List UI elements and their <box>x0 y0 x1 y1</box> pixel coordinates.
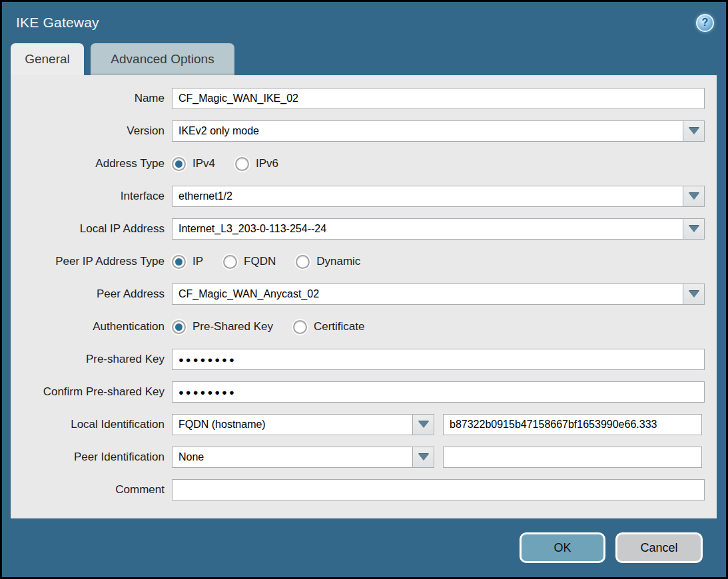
dialog-title: IKE Gateway <box>16 15 99 31</box>
peer-identification-value-input[interactable] <box>443 447 702 468</box>
pre-shared-key-row: Pre-shared Key <box>11 349 717 370</box>
confirm-pre-shared-key-label: Confirm Pre-shared Key <box>11 385 172 399</box>
help-icon[interactable]: ? <box>696 14 714 32</box>
radio-dynamic-label: Dynamic <box>316 255 360 268</box>
peer-identification-dropdown-button[interactable] <box>412 447 434 468</box>
peer-identification-combo <box>172 447 705 468</box>
version-input[interactable] <box>172 120 683 142</box>
peer-address-dropdown-button[interactable] <box>683 284 705 305</box>
address-type-label: Address Type <box>11 157 172 170</box>
radio-ipv6-label: IPv6 <box>256 157 278 170</box>
authentication-row: Authentication Pre-Shared Key Certificat… <box>11 316 717 337</box>
local-ip-address-row: Local IP Address <box>11 218 717 240</box>
peer-identification-type-dropdown <box>172 447 434 468</box>
radio-unselected-icon <box>235 157 249 171</box>
radio-ipv6[interactable]: IPv6 <box>235 157 278 171</box>
radio-fqdn-label: FQDN <box>244 255 276 268</box>
address-type-row: Address Type IPv4 IPv6 <box>11 153 717 174</box>
local-ip-address-label: Local IP Address <box>11 222 172 236</box>
radio-fqdn[interactable]: FQDN <box>223 255 276 269</box>
local-identification-combo <box>172 414 705 435</box>
chevron-down-icon <box>689 291 699 297</box>
radio-dynamic[interactable]: Dynamic <box>296 255 360 269</box>
radio-pre-shared-key-label: Pre-Shared Key <box>192 320 273 333</box>
tab-general[interactable]: General <box>11 43 84 75</box>
radio-unselected-icon <box>296 255 310 269</box>
local-identification-type-dropdown <box>172 414 434 435</box>
radio-unselected-icon <box>223 255 237 269</box>
version-dropdown-button[interactable] <box>683 120 705 142</box>
peer-ip-address-type-radio-group: IP FQDN Dynamic <box>172 255 380 269</box>
radio-unselected-icon <box>293 320 307 334</box>
chevron-down-icon <box>689 226 699 232</box>
interface-dropdown <box>172 186 705 207</box>
name-label: Name <box>11 92 172 105</box>
authentication-radio-group: Pre-Shared Key Certificate <box>172 320 384 334</box>
dialog-chrome: IKE Gateway ? General Advanced Options N… <box>2 2 726 577</box>
interface-input[interactable] <box>172 186 683 207</box>
chevron-down-icon <box>689 193 699 200</box>
confirm-pre-shared-key-input[interactable] <box>172 381 705 403</box>
comment-label: Comment <box>11 483 172 496</box>
radio-pre-shared-key[interactable]: Pre-Shared Key <box>172 320 273 334</box>
tab-advanced-options[interactable]: Advanced Options <box>91 43 234 75</box>
peer-identification-row: Peer Identification <box>11 447 717 468</box>
peer-address-label: Peer Address <box>11 288 172 301</box>
peer-address-input[interactable] <box>172 284 683 305</box>
radio-ip-label: IP <box>192 255 203 268</box>
chevron-down-icon <box>418 454 429 461</box>
radio-selected-icon <box>172 255 186 269</box>
peer-identification-label: Peer Identification <box>11 451 172 464</box>
comment-row: Comment <box>11 479 717 500</box>
authentication-label: Authentication <box>11 320 172 333</box>
interface-dropdown-button[interactable] <box>683 186 705 207</box>
comment-input[interactable] <box>172 479 705 500</box>
local-identification-label: Local Identification <box>11 418 172 431</box>
ike-gateway-dialog: IKE Gateway ? General Advanced Options N… <box>0 0 728 579</box>
ok-button[interactable]: OK <box>520 532 605 563</box>
radio-certificate-label: Certificate <box>314 320 365 333</box>
address-type-radio-group: IPv4 IPv6 <box>172 157 298 171</box>
confirm-pre-shared-key-row: Confirm Pre-shared Key <box>11 381 717 403</box>
version-row: Version <box>11 120 717 142</box>
radio-certificate[interactable]: Certificate <box>293 320 365 334</box>
radio-ipv4-label: IPv4 <box>192 157 215 170</box>
local-identification-row: Local Identification <box>11 414 717 435</box>
cancel-button[interactable]: Cancel <box>615 532 703 563</box>
chevron-down-icon <box>689 128 699 134</box>
name-input[interactable] <box>172 88 705 109</box>
peer-address-row: Peer Address <box>11 284 717 305</box>
radio-ipv4[interactable]: IPv4 <box>172 157 215 171</box>
local-ip-address-dropdown <box>172 218 705 240</box>
peer-ip-address-type-label: Peer IP Address Type <box>11 255 172 268</box>
dialog-footer: OK Cancel <box>2 518 726 577</box>
local-identification-value-input[interactable] <box>443 414 702 435</box>
peer-ip-address-type-row: Peer IP Address Type IP FQDN Dynamic <box>11 251 717 272</box>
radio-selected-icon <box>172 320 186 334</box>
local-identification-dropdown-button[interactable] <box>412 414 434 435</box>
interface-row: Interface <box>11 186 717 207</box>
tab-bar: General Advanced Options <box>2 43 726 75</box>
name-row: Name <box>11 88 717 109</box>
titlebar: IKE Gateway ? <box>2 2 726 43</box>
pre-shared-key-label: Pre-shared Key <box>11 353 172 366</box>
chevron-down-icon <box>418 421 429 428</box>
radio-selected-icon <box>172 157 186 171</box>
interface-label: Interface <box>11 190 172 203</box>
peer-address-dropdown <box>172 284 705 305</box>
local-identification-type-input[interactable] <box>172 414 413 435</box>
radio-ip[interactable]: IP <box>172 255 203 269</box>
peer-identification-type-input[interactable] <box>172 447 413 468</box>
local-ip-address-dropdown-button[interactable] <box>683 218 705 240</box>
version-dropdown <box>172 120 705 142</box>
local-ip-address-input[interactable] <box>172 218 683 240</box>
general-tab-panel: Name Version Address Type <box>11 75 717 518</box>
pre-shared-key-input[interactable] <box>172 349 705 370</box>
version-label: Version <box>11 124 172 138</box>
